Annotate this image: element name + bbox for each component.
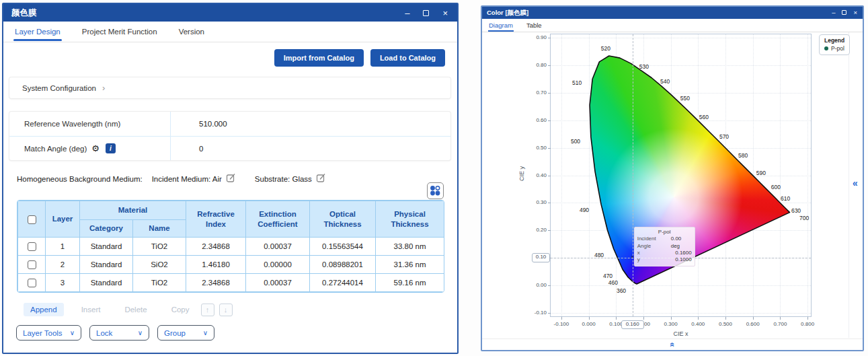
edit-incident-medium-icon[interactable] (226, 173, 236, 184)
header-physical-thickness: Physical Thickness (376, 201, 444, 238)
tooltip-value: 0.1600 (675, 250, 691, 256)
system-configuration-row[interactable]: System Configuration › (9, 77, 450, 98)
row-checkbox[interactable] (28, 260, 36, 269)
y-tick-label: 0.20 (523, 227, 547, 233)
maximize-icon[interactable] (842, 9, 846, 16)
table-row: 3 Standard TiO2 2.34868 0.00037 0.272440… (18, 274, 444, 292)
tab-project-merit-function[interactable]: Project Merit Function (81, 23, 159, 41)
edit-substrate-icon[interactable] (316, 173, 326, 184)
select-all-checkbox[interactable] (28, 215, 36, 224)
cell-name[interactable]: TiO2 (133, 274, 186, 292)
match-angle-label: Match Angle (deg) (24, 145, 87, 153)
cell-refractive-index[interactable]: 1.46180 (186, 256, 246, 274)
group-dropdown[interactable]: Group ∨ (157, 325, 214, 341)
y-tick-label: 0.40 (523, 172, 547, 178)
gear-icon[interactable]: ⚙ (91, 143, 100, 153)
tab-version[interactable]: Version (177, 23, 206, 41)
x-tick-label: 0.500 (713, 321, 738, 327)
layer-design-window: 颜色膜 – × Layer Design Project Merit Funct… (2, 3, 459, 354)
info-icon[interactable]: i (106, 143, 116, 153)
cell-extinction-coefficient[interactable]: 0.00037 (246, 238, 310, 256)
lock-dropdown[interactable]: Lock ∨ (89, 325, 149, 341)
cell-category[interactable]: Standard (80, 238, 133, 256)
cell-refractive-index[interactable]: 2.34868 (186, 238, 246, 256)
legend-entry[interactable]: P-pol (824, 45, 844, 52)
load-to-catalog-button[interactable]: Load to Catalog (370, 49, 445, 67)
cell-optical-thickness[interactable]: 0.15563544 (310, 238, 376, 256)
cell-layer[interactable]: 1 (46, 238, 80, 256)
table-row: 2 Standard SiO2 1.46180 0.00000 0.089882… (18, 256, 444, 274)
tab-diagram[interactable]: Diagram (488, 20, 514, 31)
minimize-icon[interactable]: – (832, 9, 835, 16)
screen: 颜色膜 – × Layer Design Project Merit Funct… (0, 0, 868, 356)
wavelength-label: 500 (567, 138, 584, 145)
minimize-icon[interactable]: – (405, 9, 409, 17)
collapse-panel-left-icon[interactable]: « (853, 178, 858, 188)
cell-physical-thickness[interactable]: 31.36 nm (376, 256, 444, 274)
cell-physical-thickness[interactable]: 59.16 nm (376, 274, 444, 292)
cell-physical-thickness[interactable]: 33.80 nm (376, 238, 444, 256)
cell-refractive-index[interactable]: 2.34868 (186, 274, 246, 292)
y-tick-label: 0.70 (523, 90, 547, 96)
x-tick-label: 0.800 (795, 321, 820, 327)
group-label: Group (164, 329, 186, 337)
reference-wavelength-value[interactable]: 510.000 (171, 120, 227, 128)
move-down-button[interactable]: ↓ (219, 304, 233, 316)
insert-button[interactable]: Insert (75, 303, 108, 316)
move-up-button[interactable]: ↑ (201, 304, 214, 316)
cie-chart-area: P-pol Incident Angle0.00 deg x0.1600 y0.… (482, 32, 863, 350)
layer-tools-dropdown[interactable]: Layer Tools ∨ (16, 325, 81, 341)
append-button[interactable]: Append (24, 303, 64, 316)
chevron-right-icon: › (102, 83, 105, 93)
layer-tools-label: Layer Tools (23, 329, 63, 337)
wavelength-label: 550 (676, 95, 694, 102)
close-icon[interactable]: × (442, 9, 448, 17)
cie-plot: P-pol Incident Angle0.00 deg x0.1600 y0.… (550, 34, 812, 317)
header-category: Category (80, 220, 133, 238)
wavelength-label: 490 (576, 207, 593, 213)
cell-name[interactable]: TiO2 (133, 238, 186, 256)
match-angle-value[interactable]: 0 (171, 145, 203, 153)
cell-optical-thickness[interactable]: 0.08988201 (310, 256, 376, 274)
delete-button[interactable]: Delete (118, 303, 153, 316)
wavelength-label: 470 (599, 273, 617, 279)
cell-name[interactable]: SiO2 (133, 256, 186, 274)
wavelength-label: 520 (597, 45, 615, 52)
x-tick-label: -0.100 (549, 321, 574, 327)
tab-layer-design[interactable]: Layer Design (13, 23, 62, 41)
row-checkbox[interactable] (28, 242, 36, 251)
header-layer: Layer (46, 201, 80, 238)
cell-extinction-coefficient[interactable]: 0.00037 (246, 274, 310, 292)
y-tick-label: 0.80 (523, 62, 547, 68)
color-diagram-window: Color [颜色膜] – × Diagram Table P-pol Inci… (481, 5, 864, 351)
wavelength-label: 360 (613, 287, 630, 294)
import-from-catalog-button[interactable]: Import from Catalog (274, 49, 364, 67)
tooltip-label: Incident Angle (637, 236, 671, 250)
wavelength-label: 610 (777, 195, 794, 202)
match-angle-label-cell: Match Angle (deg) ⚙ i (9, 137, 171, 160)
wavelength-label: 700 (795, 215, 813, 221)
select-all-header-cell (18, 201, 46, 238)
side-panel-divider (849, 32, 849, 338)
wavelength-label: 630 (787, 207, 805, 214)
table-view-options-icon[interactable] (427, 182, 444, 199)
wavelength-label: 570 (715, 133, 733, 140)
cell-optical-thickness[interactable]: 0.27244014 (310, 274, 376, 292)
close-icon[interactable]: × (853, 9, 857, 16)
cell-layer[interactable]: 2 (46, 256, 80, 274)
row-actions: Append Insert Delete Copy ↑ ↓ (24, 303, 233, 316)
cell-layer[interactable]: 3 (46, 274, 80, 292)
legend-title: Legend (824, 37, 844, 44)
wavelength-label: 460 (604, 279, 622, 286)
copy-button[interactable]: Copy (165, 303, 196, 316)
tab-table[interactable]: Table (526, 20, 543, 31)
crosshair-y-value-box: 0.10 (532, 253, 550, 262)
row-checkbox[interactable] (28, 279, 36, 287)
maximize-icon[interactable] (423, 9, 429, 17)
collapse-panel-up-icon[interactable]: « (668, 343, 676, 347)
cell-category[interactable]: Standard (80, 256, 133, 274)
wavelength-label: 560 (695, 114, 713, 120)
cell-extinction-coefficient[interactable]: 0.00000 (246, 256, 310, 274)
cell-category[interactable]: Standard (80, 274, 133, 292)
layer-tools-row: Layer Tools ∨ Lock ∨ Group ∨ (16, 325, 214, 341)
